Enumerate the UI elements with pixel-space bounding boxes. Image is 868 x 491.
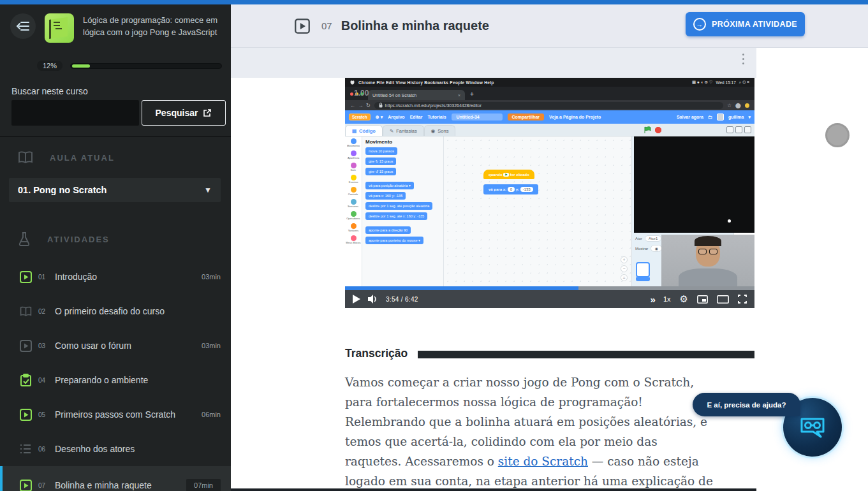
activity-number: 06 [38,446,48,453]
save-now-link: Salvar agora [677,115,703,119]
activity-number: 04 [38,377,48,384]
progress-bar-fill [72,64,90,68]
scratch-menu-arquivo: Arquivo [388,115,404,119]
macos-clock: Wed 15:17 [716,80,735,85]
course-sidebar: Lógica de programação: comece em lógica … [0,4,231,491]
activity-label: O primeiro desafio do curso [55,306,214,316]
playback-speed-button[interactable]: 1x [663,295,671,303]
kebab-menu-button[interactable] [739,54,747,69]
next-section-edge [231,488,756,491]
video-macos-menubar: Chrome File Edit View History Bookmarks … [345,78,754,87]
activity-label: Introdução [55,272,195,282]
sprite-thumbnail-card [636,262,650,277]
palette-header: Movimento [365,139,440,145]
video-scratch-toolbar: Scratch ⊕ ▾ Arquivo Editar Tutoriais Unt… [345,110,754,124]
activity-duration: 03min [202,273,221,281]
fullscreen-button[interactable] [738,295,747,304]
tab-sons: ◉ Sons [424,125,456,136]
brush-icon: ✎ [390,128,394,134]
lesson-dropdown[interactable]: 01. Pong no Scratch ▼ [9,178,221,202]
activity-item-desenho-atores[interactable]: 06 Desenho dos atores [0,432,231,466]
avatar [717,114,724,121]
activity-number: 05 [38,411,48,418]
macos-menu-items: Chrome File Edit View History Bookmarks … [358,80,494,85]
scratch-logo: Scratch [349,114,371,121]
scratch-block: deslize por 1 seg. até x: 160 y: -135 [365,212,427,220]
tab-close-icon: × [458,93,460,98]
activity-label: Preparando o ambiente [55,375,214,385]
activity-item-primeiros-passos[interactable]: 05 Primeiros passos com Scratch 06min [0,397,231,432]
help-chat-bubble[interactable]: E aí, precisa de ajuda? [693,393,800,416]
instructor-hair [695,236,721,246]
scratch-block: aponte para ponteiro do mouse ▾ [365,237,423,244]
instructor-glasses [696,249,719,255]
skip-forward-button[interactable]: » [651,294,654,305]
script-area: quando ⚑ for clicado vá para x: 0 y: -13… [444,136,631,286]
lesson-number: 07 [321,20,332,31]
task-check-icon [19,374,32,386]
volume-button[interactable] [368,295,378,304]
activity-item-bolinha-raquete-current[interactable]: 07 Bolinha e minha raquete 07min [0,466,231,491]
chatbot-icon [798,414,827,441]
arrow-right-circle-icon: → [693,18,706,31]
canvas-zoom-controls: +−= [621,256,628,281]
incognito-icon: ⬤ [735,103,741,108]
scratch-site-link[interactable]: site do Scratch [498,455,588,468]
course-title: Lógica de programação: comece em lógica … [83,13,221,43]
course-logo[interactable] [45,13,74,43]
pip-button[interactable] [697,295,708,304]
current-lesson-section: AULA ATUAL [18,151,115,164]
macos-status-icons: ▦ ● ◖ ⊕ ♡ [692,80,713,85]
back-button[interactable] [10,13,36,39]
content-sub-strip [231,48,756,78]
activity-number: 01 [38,274,48,281]
activities-label: ATIVIDADES [47,235,110,244]
address-bar: https://scratch.mit.edu/projects/3032644… [374,102,723,109]
visible-toggle: ◉ [651,245,662,252]
lesson-dropdown-value: 01. Pong no Scratch [18,185,107,195]
chevron-down-icon: ▼ [204,186,212,194]
video-icon [19,479,32,491]
progress-bar [70,63,222,69]
see-project-page-link: Veja a Página do Projeto [549,115,601,119]
browser-tab-title: Untitled-54 on Scratch [372,93,416,98]
next-activity-label: PRÓXIMA ATIVIDADE [712,20,797,29]
theater-mode-button[interactable] [717,295,729,304]
settings-gear-button[interactable]: ⚙ [680,293,688,305]
green-flag-icon [644,126,651,134]
next-activity-button[interactable]: → PRÓXIMA ATIVIDADE [686,12,805,36]
help-chat-bubble-label: E aí, precisa de ajuda? [707,401,786,409]
video-time: 3:54 / 6:42 [386,296,418,303]
lock-icon [379,103,383,108]
go-to-xy-block: vá para x: 0 y: -135 [483,184,538,194]
search-button[interactable]: Pesquisar [142,100,226,126]
activity-item-preparando-ambiente[interactable]: 04 Preparando o ambiente [0,363,231,397]
sidebar-divider [0,136,231,137]
course-search-input[interactable] [11,100,139,126]
star-icon: ☆ [727,103,732,108]
activity-duration: 07min [186,479,221,491]
activity-item-primeiro-desafio[interactable]: 02 O primeiro desafio do curso [0,294,231,328]
activity-item-como-usar-forum[interactable]: 03 Como usar o fórum 03min [0,328,231,363]
video-icon [19,270,32,283]
video-scratch-editor: Movimento Aparência Som Eventos Controle… [345,136,754,286]
video-icon [19,339,32,352]
folder-icon: 🗀 [708,115,712,119]
instructor-webcam-overlay [661,235,754,286]
activity-label: Bolinha e minha raquete [55,480,180,490]
current-lesson-label: AULA ATUAL [50,153,115,163]
stage-canvas [634,136,754,233]
play-button[interactable] [353,295,360,304]
block-categories: Movimento Aparência Som Eventos Controle… [345,136,362,286]
cursor-indicator-dot [825,123,850,147]
video-player[interactable]: Chrome File Edit View History Bookmarks … [345,78,754,308]
activity-number: 03 [38,342,48,349]
activity-duration: 03min [202,342,221,349]
globe-icon: ⊕ ▾ [376,115,383,120]
activities-section: ATIVIDADES [18,231,110,247]
macos-spotlight-siri-icons: ⌕ ◎ ≡ [739,80,749,85]
activities-list: 01 Introdução 03min 02 O primeiro desafi… [0,260,231,491]
activity-item-introducao[interactable]: 01 Introdução 03min [0,260,231,294]
scratch-block: gire ↺ 15 graus [365,168,396,175]
progress-percent-badge: 12% [37,61,63,71]
